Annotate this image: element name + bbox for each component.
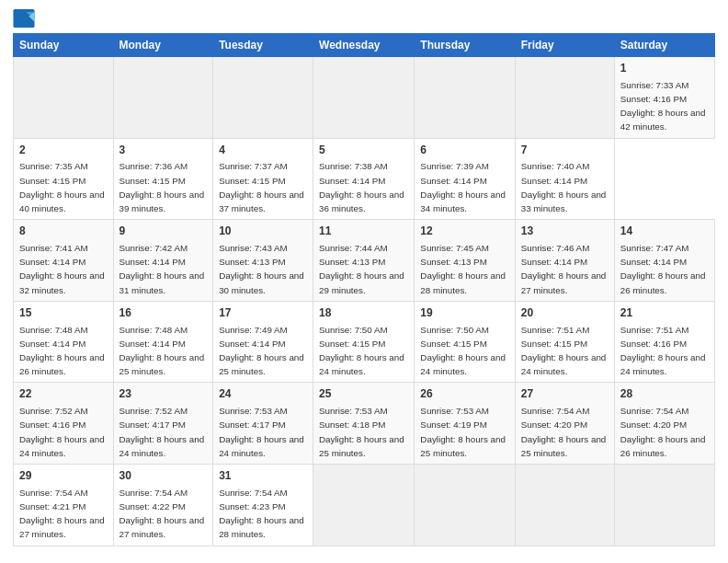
calendar-day-cell (313, 465, 415, 546)
calendar-empty-cell (213, 57, 313, 139)
calendar-week-row: 15Sunrise: 7:48 AMSunset: 4:14 PMDayligh… (14, 301, 715, 383)
calendar-day-cell: 12Sunrise: 7:45 AMSunset: 4:13 PMDayligh… (415, 220, 515, 302)
calendar-day-cell: 6Sunrise: 7:39 AMSunset: 4:14 PMDaylight… (415, 138, 515, 220)
calendar-day-cell (515, 465, 614, 546)
calendar-empty-cell (515, 57, 614, 139)
page-container: SundayMondayTuesdayWednesdayThursdayFrid… (0, 0, 728, 554)
calendar-day-cell: 24Sunrise: 7:53 AMSunset: 4:17 PMDayligh… (213, 383, 313, 465)
calendar-week-row: 2Sunrise: 7:35 AMSunset: 4:15 PMDaylight… (14, 138, 715, 220)
calendar-day-cell: 26Sunrise: 7:53 AMSunset: 4:19 PMDayligh… (415, 383, 515, 465)
calendar-day-cell: 25Sunrise: 7:53 AMSunset: 4:18 PMDayligh… (313, 383, 415, 465)
calendar-day-cell: 29Sunrise: 7:54 AMSunset: 4:21 PMDayligh… (14, 465, 114, 546)
calendar-day-cell: 1Sunrise: 7:33 AMSunset: 4:16 PMDaylight… (614, 57, 714, 139)
header-cell-wednesday: Wednesday (313, 34, 415, 57)
calendar-day-cell: 10Sunrise: 7:43 AMSunset: 4:13 PMDayligh… (213, 220, 313, 302)
calendar-day-cell: 19Sunrise: 7:50 AMSunset: 4:15 PMDayligh… (415, 301, 515, 383)
calendar-day-cell: 11Sunrise: 7:44 AMSunset: 4:13 PMDayligh… (313, 220, 415, 302)
calendar-week-row: 29Sunrise: 7:54 AMSunset: 4:21 PMDayligh… (14, 465, 715, 546)
calendar-day-cell: 5Sunrise: 7:38 AMSunset: 4:14 PMDaylight… (313, 138, 415, 220)
calendar-day-cell: 16Sunrise: 7:48 AMSunset: 4:14 PMDayligh… (113, 301, 213, 383)
calendar-header-row: SundayMondayTuesdayWednesdayThursdayFrid… (14, 34, 715, 57)
calendar-day-cell: 27Sunrise: 7:54 AMSunset: 4:20 PMDayligh… (515, 383, 614, 465)
calendar-day-cell: 20Sunrise: 7:51 AMSunset: 4:15 PMDayligh… (515, 301, 614, 383)
logo (13, 9, 39, 28)
calendar-empty-cell (415, 57, 515, 139)
calendar-day-cell: 30Sunrise: 7:54 AMSunset: 4:22 PMDayligh… (113, 465, 213, 546)
header-cell-tuesday: Tuesday (213, 34, 313, 57)
calendar-day-cell: 15Sunrise: 7:48 AMSunset: 4:14 PMDayligh… (14, 301, 114, 383)
header-cell-thursday: Thursday (415, 34, 515, 57)
calendar-day-cell: 3Sunrise: 7:36 AMSunset: 4:15 PMDaylight… (113, 138, 213, 220)
calendar-empty-cell (14, 57, 114, 139)
calendar-day-cell: 2Sunrise: 7:35 AMSunset: 4:15 PMDaylight… (14, 138, 114, 220)
calendar-day-cell: 28Sunrise: 7:54 AMSunset: 4:20 PMDayligh… (614, 383, 714, 465)
calendar-day-cell: 4Sunrise: 7:37 AMSunset: 4:15 PMDaylight… (213, 138, 313, 220)
calendar-week-row: 22Sunrise: 7:52 AMSunset: 4:16 PMDayligh… (14, 383, 715, 465)
calendar-day-cell: 22Sunrise: 7:52 AMSunset: 4:16 PMDayligh… (14, 383, 114, 465)
calendar-day-cell (415, 465, 515, 546)
calendar-day-cell: 9Sunrise: 7:42 AMSunset: 4:14 PMDaylight… (113, 220, 213, 302)
header-cell-friday: Friday (515, 34, 614, 57)
calendar-day-cell: 18Sunrise: 7:50 AMSunset: 4:15 PMDayligh… (313, 301, 415, 383)
calendar-week-row: 1Sunrise: 7:33 AMSunset: 4:16 PMDaylight… (14, 57, 715, 139)
calendar-empty-cell (113, 57, 213, 139)
calendar-week-row: 8Sunrise: 7:41 AMSunset: 4:14 PMDaylight… (14, 220, 715, 302)
logo-icon (13, 9, 35, 28)
calendar-day-cell: 21Sunrise: 7:51 AMSunset: 4:16 PMDayligh… (614, 301, 714, 383)
calendar-day-cell: 8Sunrise: 7:41 AMSunset: 4:14 PMDaylight… (14, 220, 114, 302)
calendar-day-cell: 13Sunrise: 7:46 AMSunset: 4:14 PMDayligh… (515, 220, 614, 302)
calendar-day-cell: 23Sunrise: 7:52 AMSunset: 4:17 PMDayligh… (113, 383, 213, 465)
header-cell-sunday: Sunday (14, 34, 114, 57)
calendar-day-cell: 31Sunrise: 7:54 AMSunset: 4:23 PMDayligh… (213, 465, 313, 546)
calendar-day-cell: 17Sunrise: 7:49 AMSunset: 4:14 PMDayligh… (213, 301, 313, 383)
calendar-empty-cell (313, 57, 415, 139)
header-cell-saturday: Saturday (614, 34, 714, 57)
calendar-day-cell: 14Sunrise: 7:47 AMSunset: 4:14 PMDayligh… (614, 220, 714, 302)
calendar-day-cell (614, 465, 714, 546)
header (13, 9, 715, 28)
header-cell-monday: Monday (113, 34, 213, 57)
calendar-table: SundayMondayTuesdayWednesdayThursdayFrid… (13, 33, 715, 546)
calendar-day-cell: 7Sunrise: 7:40 AMSunset: 4:14 PMDaylight… (515, 138, 614, 220)
